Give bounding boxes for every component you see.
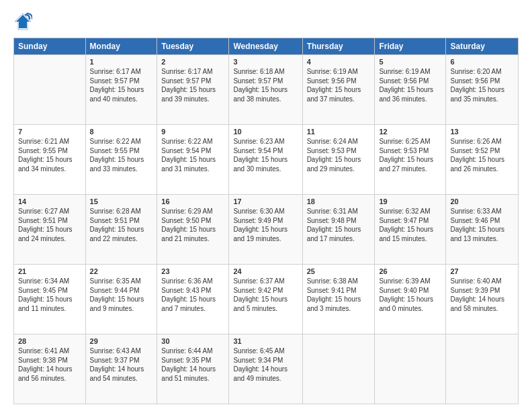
day-number: 16 (161, 197, 224, 205)
cell-info: Sunrise: 6:17 AMSunset: 9:57 PMDaylight:… (161, 67, 224, 103)
day-number: 15 (90, 197, 153, 205)
day-number: 7 (18, 128, 81, 136)
table-cell: 4Sunrise: 6:19 AMSunset: 9:56 PMDaylight… (302, 55, 375, 125)
cell-info: Sunrise: 6:29 AMSunset: 9:50 PMDaylight:… (161, 207, 224, 243)
cell-info: Sunrise: 6:40 AMSunset: 9:39 PMDaylight:… (450, 277, 514, 313)
cell-info: Sunrise: 6:39 AMSunset: 9:40 PMDaylight:… (379, 277, 441, 313)
table-cell: 27Sunrise: 6:40 AMSunset: 9:39 PMDayligh… (446, 265, 519, 334)
table-cell: 3Sunrise: 6:18 AMSunset: 9:57 PMDaylight… (229, 55, 302, 125)
table-cell (14, 55, 86, 125)
col-friday: Friday (375, 38, 446, 55)
cell-info: Sunrise: 6:31 AMSunset: 9:48 PMDaylight:… (307, 207, 371, 243)
cell-info: Sunrise: 6:33 AMSunset: 9:46 PMDaylight:… (450, 207, 514, 243)
table-cell (375, 334, 446, 404)
col-thursday: Thursday (302, 38, 375, 55)
cell-info: Sunrise: 6:32 AMSunset: 9:47 PMDaylight:… (379, 207, 441, 243)
table-cell: 29Sunrise: 6:43 AMSunset: 9:37 PMDayligh… (85, 334, 157, 404)
cell-info: Sunrise: 6:22 AMSunset: 9:54 PMDaylight:… (161, 137, 224, 173)
table-cell: 2Sunrise: 6:17 AMSunset: 9:57 PMDaylight… (157, 55, 229, 125)
table-cell: 16Sunrise: 6:29 AMSunset: 9:50 PMDayligh… (157, 195, 229, 265)
day-number: 21 (18, 267, 81, 275)
day-number: 22 (90, 267, 153, 275)
cell-info: Sunrise: 6:23 AMSunset: 9:54 PMDaylight:… (233, 137, 298, 173)
header (13, 12, 519, 31)
table-cell: 20Sunrise: 6:33 AMSunset: 9:46 PMDayligh… (446, 195, 519, 265)
table-cell: 13Sunrise: 6:26 AMSunset: 9:52 PMDayligh… (446, 125, 519, 195)
cell-info: Sunrise: 6:19 AMSunset: 9:56 PMDaylight:… (379, 67, 441, 103)
day-number: 9 (161, 128, 224, 136)
day-number: 31 (233, 337, 298, 345)
cell-info: Sunrise: 6:45 AMSunset: 9:34 PMDaylight:… (233, 347, 298, 383)
day-number: 3 (233, 58, 298, 66)
day-number: 30 (161, 337, 224, 345)
cell-info: Sunrise: 6:25 AMSunset: 9:53 PMDaylight:… (379, 137, 441, 173)
cell-info: Sunrise: 6:44 AMSunset: 9:35 PMDaylight:… (161, 347, 224, 383)
table-cell: 19Sunrise: 6:32 AMSunset: 9:47 PMDayligh… (375, 195, 446, 265)
table-row: 21Sunrise: 6:34 AMSunset: 9:45 PMDayligh… (14, 265, 519, 334)
cell-info: Sunrise: 6:35 AMSunset: 9:44 PMDaylight:… (90, 277, 153, 313)
table-cell: 8Sunrise: 6:22 AMSunset: 9:55 PMDaylight… (85, 125, 157, 195)
table-row: 7Sunrise: 6:21 AMSunset: 9:55 PMDaylight… (14, 125, 519, 195)
cell-info: Sunrise: 6:38 AMSunset: 9:41 PMDaylight:… (307, 277, 371, 313)
table-cell: 24Sunrise: 6:37 AMSunset: 9:42 PMDayligh… (229, 265, 302, 334)
day-number: 8 (90, 128, 153, 136)
page: Sunday Monday Tuesday Wednesday Thursday… (0, 0, 532, 411)
col-tuesday: Tuesday (157, 38, 229, 55)
day-number: 29 (90, 337, 153, 345)
day-number: 18 (307, 197, 371, 205)
day-number: 12 (379, 128, 441, 136)
table-cell: 9Sunrise: 6:22 AMSunset: 9:54 PMDaylight… (157, 125, 229, 195)
cell-info: Sunrise: 6:20 AMSunset: 9:56 PMDaylight:… (450, 67, 514, 103)
cell-info: Sunrise: 6:26 AMSunset: 9:52 PMDaylight:… (450, 137, 514, 173)
day-number: 27 (450, 267, 514, 275)
table-cell: 10Sunrise: 6:23 AMSunset: 9:54 PMDayligh… (229, 125, 302, 195)
cell-info: Sunrise: 6:24 AMSunset: 9:53 PMDaylight:… (307, 137, 371, 173)
day-number: 24 (233, 267, 298, 275)
cell-info: Sunrise: 6:22 AMSunset: 9:55 PMDaylight:… (90, 137, 153, 173)
col-wednesday: Wednesday (229, 38, 302, 55)
day-number: 19 (379, 197, 441, 205)
day-number: 23 (161, 267, 224, 275)
cell-info: Sunrise: 6:30 AMSunset: 9:49 PMDaylight:… (233, 207, 298, 243)
table-cell: 30Sunrise: 6:44 AMSunset: 9:35 PMDayligh… (157, 334, 229, 404)
table-cell: 17Sunrise: 6:30 AMSunset: 9:49 PMDayligh… (229, 195, 302, 265)
col-sunday: Sunday (14, 38, 86, 55)
day-number: 20 (450, 197, 514, 205)
cell-info: Sunrise: 6:36 AMSunset: 9:43 PMDaylight:… (161, 277, 224, 313)
day-number: 25 (307, 267, 371, 275)
cell-info: Sunrise: 6:17 AMSunset: 9:57 PMDaylight:… (90, 67, 153, 103)
day-number: 17 (233, 197, 298, 205)
table-row: 14Sunrise: 6:27 AMSunset: 9:51 PMDayligh… (14, 195, 519, 265)
day-number: 28 (18, 337, 81, 345)
table-row: 1Sunrise: 6:17 AMSunset: 9:57 PMDaylight… (14, 55, 519, 125)
col-saturday: Saturday (446, 38, 519, 55)
day-number: 11 (307, 128, 371, 136)
cell-info: Sunrise: 6:28 AMSunset: 9:51 PMDaylight:… (90, 207, 153, 243)
cell-info: Sunrise: 6:34 AMSunset: 9:45 PMDaylight:… (18, 277, 81, 313)
table-cell: 15Sunrise: 6:28 AMSunset: 9:51 PMDayligh… (85, 195, 157, 265)
table-cell: 6Sunrise: 6:20 AMSunset: 9:56 PMDaylight… (446, 55, 519, 125)
day-number: 6 (450, 58, 514, 66)
table-cell: 7Sunrise: 6:21 AMSunset: 9:55 PMDaylight… (14, 125, 86, 195)
day-number: 26 (379, 267, 441, 275)
day-number: 2 (161, 58, 224, 66)
logo (13, 12, 35, 31)
col-monday: Monday (85, 38, 157, 55)
day-number: 5 (379, 58, 441, 66)
table-cell: 22Sunrise: 6:35 AMSunset: 9:44 PMDayligh… (85, 265, 157, 334)
calendar-table: Sunday Monday Tuesday Wednesday Thursday… (13, 38, 519, 404)
cell-info: Sunrise: 6:21 AMSunset: 9:55 PMDaylight:… (18, 137, 81, 173)
day-number: 13 (450, 128, 514, 136)
table-cell: 23Sunrise: 6:36 AMSunset: 9:43 PMDayligh… (157, 265, 229, 334)
table-row: 28Sunrise: 6:41 AMSunset: 9:38 PMDayligh… (14, 334, 519, 404)
table-cell: 14Sunrise: 6:27 AMSunset: 9:51 PMDayligh… (14, 195, 86, 265)
day-number: 14 (18, 197, 81, 205)
table-cell: 5Sunrise: 6:19 AMSunset: 9:56 PMDaylight… (375, 55, 446, 125)
table-cell: 11Sunrise: 6:24 AMSunset: 9:53 PMDayligh… (302, 125, 375, 195)
cell-info: Sunrise: 6:18 AMSunset: 9:57 PMDaylight:… (233, 67, 298, 103)
cell-info: Sunrise: 6:27 AMSunset: 9:51 PMDaylight:… (18, 207, 81, 243)
table-cell: 18Sunrise: 6:31 AMSunset: 9:48 PMDayligh… (302, 195, 375, 265)
table-cell: 12Sunrise: 6:25 AMSunset: 9:53 PMDayligh… (375, 125, 446, 195)
table-cell: 25Sunrise: 6:38 AMSunset: 9:41 PMDayligh… (302, 265, 375, 334)
day-number: 4 (307, 58, 371, 66)
